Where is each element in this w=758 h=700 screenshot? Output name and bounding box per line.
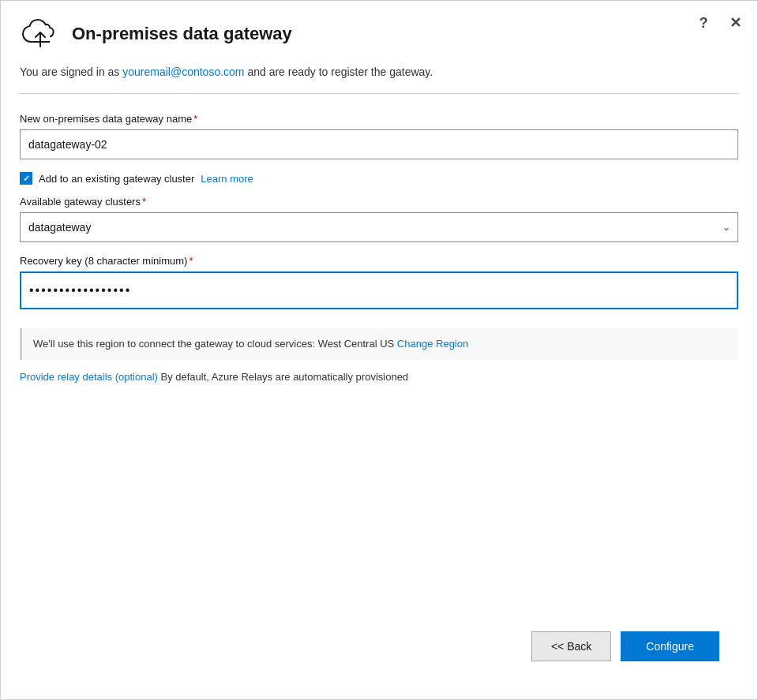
- cloud-upload-icon: [20, 17, 61, 51]
- checkbox-label: Add to an existing gateway cluster: [39, 173, 194, 185]
- recovery-key-field-group: Recovery key (8 character minimum) *: [20, 255, 738, 309]
- region-info-text: We'll use this region to connect the gat…: [33, 336, 727, 352]
- clusters-field-group: Available gateway clusters * datagateway…: [20, 196, 738, 242]
- dialog-controls: ? ✕: [694, 13, 745, 32]
- recovery-key-required: *: [189, 255, 193, 267]
- gateway-name-label: New on-premises data gateway name *: [20, 113, 738, 125]
- gateway-name-field-group: New on-premises data gateway name *: [20, 113, 738, 159]
- form-section: New on-premises data gateway name * Add …: [20, 113, 738, 384]
- configure-button[interactable]: Configure: [621, 631, 719, 661]
- info-box: We'll use this region to connect the gat…: [20, 328, 738, 360]
- dialog-footer: << Back Configure: [20, 619, 738, 680]
- clusters-required: *: [142, 196, 146, 208]
- back-button[interactable]: << Back: [531, 631, 611, 661]
- dialog-header: On-premises data gateway ? ✕: [1, 1, 757, 64]
- signed-in-text: You are signed in as youremail@contoso.c…: [20, 64, 738, 80]
- divider: [20, 93, 738, 94]
- signed-in-text-after: and are ready to register the gateway.: [245, 66, 433, 78]
- dialog-title: On-premises data gateway: [72, 24, 292, 44]
- learn-more-link[interactable]: Learn more: [201, 173, 253, 185]
- recovery-key-label: Recovery key (8 character minimum) *: [20, 255, 738, 267]
- dialog: On-premises data gateway ? ✕ You are sig…: [0, 0, 758, 700]
- checkbox-row: Add to an existing gateway cluster Learn…: [20, 172, 738, 185]
- signed-in-text-before: You are signed in as: [20, 66, 122, 78]
- gateway-name-input[interactable]: [20, 129, 738, 159]
- gateway-name-required: *: [193, 113, 197, 125]
- add-to-cluster-checkbox[interactable]: [20, 172, 32, 185]
- dialog-title-area: On-premises data gateway: [20, 17, 738, 51]
- clusters-label: Available gateway clusters *: [20, 196, 738, 208]
- close-button[interactable]: ✕: [726, 13, 745, 32]
- clusters-select[interactable]: datagateway: [20, 212, 738, 242]
- help-button[interactable]: ?: [694, 13, 713, 32]
- clusters-select-wrapper: datagateway ⌄: [20, 212, 738, 242]
- recovery-key-input[interactable]: [20, 271, 738, 309]
- change-region-link[interactable]: Change Region: [397, 338, 468, 350]
- relay-text: Provide relay details (optional) By defa…: [20, 369, 738, 385]
- relay-details-link[interactable]: Provide relay details (optional): [20, 371, 158, 383]
- spacer: [20, 384, 738, 619]
- signed-in-email: youremail@contoso.com: [122, 66, 244, 78]
- dialog-body: You are signed in as youremail@contoso.c…: [1, 64, 757, 699]
